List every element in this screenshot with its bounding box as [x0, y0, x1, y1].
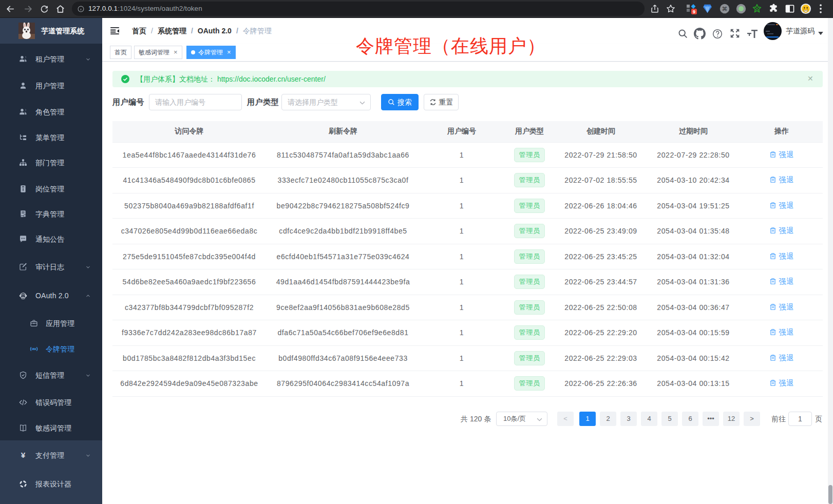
svg-text:⌘: ⌘	[722, 6, 728, 12]
svg-text:¥: ¥	[21, 451, 26, 459]
svg-text:a: a	[33, 347, 35, 351]
svg-text:9: 9	[693, 9, 695, 14]
